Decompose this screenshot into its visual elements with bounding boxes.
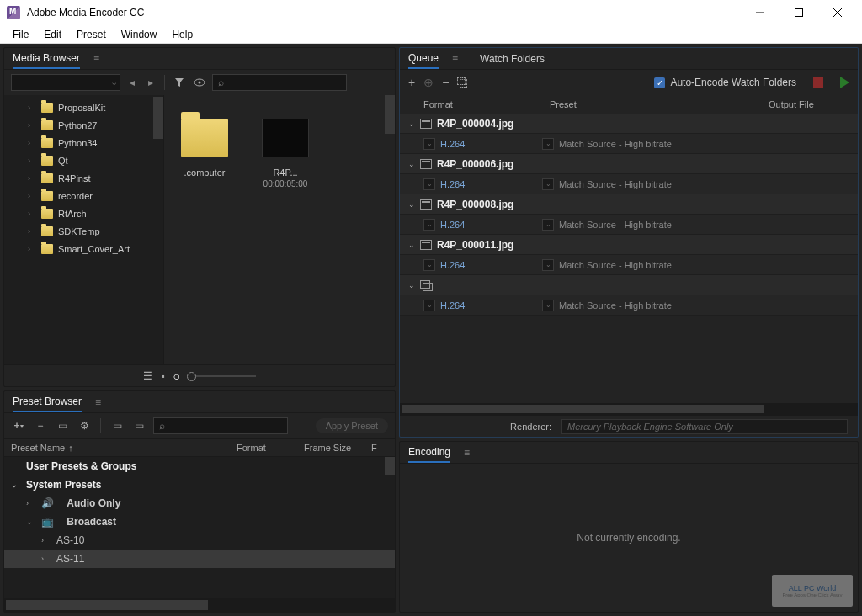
duplicate-icon[interactable]: ⿻	[457, 76, 469, 89]
queue-format-row[interactable]: ⌄H.264⌄Match Source - High bitrate	[400, 134, 858, 154]
preset-settings-icon[interactable]: ⚙	[77, 418, 92, 433]
remove-preset-icon[interactable]: −	[33, 418, 48, 433]
preset-hscroll[interactable]	[4, 598, 395, 612]
menu-window[interactable]: Window	[114, 27, 165, 42]
chevron-down-icon[interactable]: ⌄	[423, 178, 435, 190]
preset-link[interactable]: Match Source - High bitrate	[559, 260, 672, 270]
tab-media-browser[interactable]: Media Browser	[13, 49, 80, 69]
preset-scrollbar[interactable]	[385, 457, 395, 475]
queue-format-row[interactable]: ⌄H.264⌄Match Source - High bitrate	[400, 255, 858, 275]
add-preset-icon[interactable]: +▾	[11, 418, 26, 433]
preset-link[interactable]: Match Source - High bitrate	[559, 300, 672, 311]
preset-link[interactable]: Match Source - High bitrate	[559, 220, 672, 230]
panel-menu-icon[interactable]: ≡	[452, 53, 458, 65]
nav-forward-icon[interactable]: ▸	[144, 76, 157, 89]
ingest-icon[interactable]	[192, 75, 207, 90]
chevron-down-icon[interactable]: ⌄	[542, 219, 554, 231]
menu-file[interactable]: File	[5, 27, 36, 42]
maximize-button[interactable]	[780, 0, 818, 25]
queue-format-row[interactable]: ⌄H.264⌄Match Source - High bitrate	[400, 215, 858, 235]
chevron-down-icon[interactable]: ⌄	[542, 300, 554, 311]
chevron-down-icon[interactable]: ⌄	[423, 138, 435, 150]
format-link[interactable]: H.264	[440, 260, 537, 270]
preset-link[interactable]: Match Source - High bitrate	[559, 139, 672, 149]
path-dropdown[interactable]: ⌵	[11, 74, 120, 91]
chevron-down-icon[interactable]: ⌄	[542, 138, 554, 150]
chevron-down-icon[interactable]: ⌄	[542, 178, 554, 190]
filter-icon[interactable]	[172, 75, 187, 90]
preset-system[interactable]: ⌄System Presets	[4, 475, 395, 494]
tree-item[interactable]: ›ProposalKit	[4, 98, 163, 116]
chevron-down-icon[interactable]: ⌄	[542, 259, 554, 271]
queue-format-row[interactable]: ⌄H.264⌄Match Source - High bitrate	[400, 295, 858, 316]
tab-queue[interactable]: Queue	[408, 49, 439, 69]
list-view-icon[interactable]: ☰	[143, 370, 152, 382]
menu-help[interactable]: Help	[164, 27, 200, 42]
renderer-dropdown[interactable]: Mercury Playback Engine Software Only	[561, 419, 848, 434]
nav-back-icon[interactable]: ◂	[125, 76, 139, 89]
col-queue-format[interactable]: Format	[423, 99, 550, 109]
preset-link[interactable]: Match Source - High bitrate	[559, 179, 672, 189]
format-link[interactable]: H.264	[440, 220, 537, 230]
panel-menu-icon[interactable]: ≡	[95, 396, 101, 408]
tab-preset-browser[interactable]: Preset Browser	[13, 392, 82, 412]
tab-watch-folders[interactable]: Watch Folders	[480, 50, 545, 68]
col-frame-size[interactable]: Frame Size	[304, 443, 371, 453]
queue-list[interactable]: ⌄R4P_000004.jpg⌄H.264⌄Match Source - Hig…	[400, 114, 858, 403]
queue-hscrollbar[interactable]	[400, 403, 858, 415]
tree-item[interactable]: ›SDKTemp	[4, 222, 163, 240]
minimize-button[interactable]	[741, 0, 780, 25]
tab-encoding[interactable]: Encoding	[408, 443, 450, 463]
tree-item[interactable]: ›Python27	[4, 116, 163, 134]
format-link[interactable]: H.264	[440, 300, 537, 311]
col-preset-name[interactable]: Preset Name	[11, 443, 65, 453]
folder-tree[interactable]: ›ProposalKit›Python27›Python34›Qt›R4Pins…	[4, 95, 164, 364]
tree-item[interactable]: ›RtArch	[4, 204, 163, 222]
stop-button[interactable]	[813, 77, 823, 88]
auto-encode-checkbox[interactable]: ✓	[654, 77, 665, 88]
start-queue-button[interactable]	[840, 77, 849, 88]
panel-menu-icon[interactable]: ≡	[93, 53, 99, 65]
remove-icon[interactable]: −	[442, 76, 449, 89]
zoom-handle-icon[interactable]: ○	[173, 369, 179, 383]
media-grid[interactable]: .computer R4P... 00:00:05:00	[164, 95, 395, 364]
grid-folder-item[interactable]: .computer	[174, 112, 235, 178]
col-format[interactable]: Format	[237, 443, 304, 453]
preset-broadcast[interactable]: ⌄📺 Broadcast	[4, 512, 395, 531]
media-search[interactable]: ⌕	[212, 74, 347, 91]
chevron-down-icon[interactable]: ⌄	[423, 259, 435, 271]
preset-as11[interactable]: ›AS-11	[4, 550, 395, 568]
thumb-view-icon[interactable]: ▪	[161, 370, 164, 382]
zoom-slider[interactable]	[189, 375, 256, 377]
col-f[interactable]: F	[371, 443, 388, 453]
queue-job-row[interactable]: ⌄	[400, 275, 858, 295]
format-link[interactable]: H.264	[440, 139, 537, 149]
queue-job-row[interactable]: ⌄R4P_000006.jpg	[400, 154, 858, 174]
apply-preset-button[interactable]: Apply Preset	[316, 418, 388, 433]
menu-preset[interactable]: Preset	[69, 27, 114, 42]
queue-job-row[interactable]: ⌄R4P_000004.jpg	[400, 114, 858, 134]
queue-job-row[interactable]: ⌄R4P_000011.jpg	[400, 235, 858, 255]
tree-item[interactable]: ›Qt	[4, 151, 163, 169]
tree-item[interactable]: ›Smart_Cover_Art	[4, 240, 163, 258]
add-output-icon[interactable]: ⊕	[423, 76, 434, 89]
queue-format-row[interactable]: ⌄H.264⌄Match Source - High bitrate	[400, 174, 858, 194]
tree-item[interactable]: ›recorder	[4, 187, 163, 204]
tree-scrollbar[interactable]	[153, 95, 163, 364]
import-preset-icon[interactable]: ▭	[109, 418, 125, 433]
grid-sequence-item[interactable]: R4P... 00:00:05:00	[255, 112, 316, 189]
add-source-icon[interactable]: +	[408, 76, 415, 89]
export-preset-icon[interactable]: ▭	[131, 418, 146, 433]
col-queue-preset[interactable]: Preset	[550, 99, 769, 109]
new-group-icon[interactable]: ▭	[55, 418, 70, 433]
preset-audio-only[interactable]: ›🔊 Audio Only	[4, 494, 395, 512]
col-queue-output[interactable]: Output File	[769, 99, 858, 109]
preset-user-group[interactable]: User Presets & Groups	[4, 457, 395, 475]
preset-search[interactable]: ⌕	[153, 417, 288, 434]
queue-job-row[interactable]: ⌄R4P_000008.jpg	[400, 194, 858, 215]
menu-edit[interactable]: Edit	[36, 27, 69, 42]
tree-item[interactable]: ›R4Pinst	[4, 169, 163, 187]
chevron-down-icon[interactable]: ⌄	[423, 300, 435, 311]
tree-item[interactable]: ›Python34	[4, 134, 163, 151]
format-link[interactable]: H.264	[440, 179, 537, 189]
